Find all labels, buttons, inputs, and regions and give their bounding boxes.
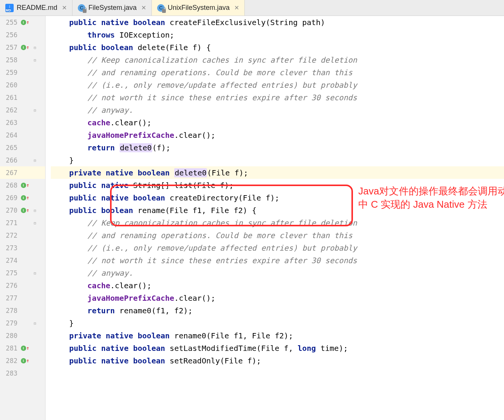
tab-filesystem[interactable]: C FileSystem.java ✕	[72, 0, 152, 16]
implements-icon[interactable]: I	[21, 183, 26, 188]
line-number[interactable]: 262	[0, 106, 20, 114]
line-number[interactable]: 280	[0, 332, 20, 339]
override-arrow-icon[interactable]: ↑	[27, 358, 30, 363]
tab-readme[interactable]: README.md ✕	[0, 0, 72, 16]
line-number[interactable]: 267	[0, 169, 20, 177]
code-line[interactable]: // not worth it since these entries expi…	[51, 254, 504, 267]
implements-icon[interactable]: I	[21, 346, 26, 351]
implements-icon[interactable]: I	[21, 358, 26, 363]
code-line[interactable]: throws IOException;	[51, 28, 504, 41]
code-line[interactable]: javaHomePrefixCache.clear();	[51, 129, 504, 141]
line-number[interactable]: 279	[0, 319, 20, 327]
code-area[interactable]: Java对文件的操作最终都会调用动态链接库中 C 实现的 Java Native…	[46, 16, 504, 420]
code-line[interactable]: // anyway.	[51, 104, 504, 116]
code-line[interactable]: public native boolean createDirectory(Fi…	[51, 191, 504, 204]
code-line[interactable]: cache.clear();	[51, 279, 504, 292]
code-line[interactable]: // and renaming operations. Could be mor…	[51, 66, 504, 79]
fold-handle[interactable]	[30, 107, 39, 113]
code-line[interactable]: javaHomePrefixCache.clear();	[51, 292, 504, 304]
line-number[interactable]: 257	[0, 44, 20, 51]
code-line[interactable]: // (i.e., only remove/update affected en…	[51, 242, 504, 254]
code-line[interactable]: // not worth it since these entries expi…	[51, 91, 504, 104]
code-line[interactable]: cache.clear();	[51, 116, 504, 129]
line-number[interactable]: 271	[0, 219, 20, 227]
close-icon[interactable]: ✕	[234, 4, 239, 11]
code-line[interactable]: public boolean rename(File f1, File f2) …	[51, 204, 504, 216]
code-line[interactable]: private native boolean rename0(File f1, …	[51, 329, 504, 342]
line-number[interactable]: 270	[0, 207, 20, 214]
gutter-marker[interactable]: I↑	[20, 358, 30, 363]
line-number[interactable]: 266	[0, 156, 20, 164]
line-number[interactable]: 259	[0, 69, 20, 76]
implements-icon[interactable]: I	[21, 195, 26, 201]
tab-unixfilesystem[interactable]: C UnixFileSystem.java ✕	[152, 0, 245, 16]
code-line[interactable]: // Keep canonicalization caches in sync …	[51, 54, 504, 66]
code-line[interactable]: }	[51, 317, 504, 329]
gutter-row: 273	[0, 242, 45, 254]
override-arrow-icon[interactable]: ↑	[27, 19, 30, 25]
fold-handle[interactable]	[30, 321, 39, 326]
code-line[interactable]: // Keep canonicalization caches in sync …	[51, 216, 504, 229]
fold-handle[interactable]	[30, 158, 39, 163]
code-line[interactable]: public native boolean createFileExclusiv…	[51, 16, 504, 28]
gutter-row: 255I↑	[0, 16, 45, 28]
code-line[interactable]: // anyway.	[51, 267, 504, 279]
code-line[interactable]: // and renaming operations. Could be mor…	[51, 229, 504, 242]
line-number[interactable]: 265	[0, 144, 20, 152]
implements-icon[interactable]: I	[21, 20, 26, 25]
line-number[interactable]: 281	[0, 344, 20, 352]
editor-tabs: README.md ✕ C FileSystem.java ✕ C UnixFi…	[0, 0, 504, 16]
line-number[interactable]: 263	[0, 119, 20, 126]
line-number[interactable]: 256	[0, 31, 20, 39]
line-number[interactable]: 277	[0, 294, 20, 302]
code-line[interactable]: return delete0(f);	[51, 141, 504, 154]
line-number[interactable]: 283	[0, 369, 20, 377]
gutter-marker[interactable]: I↑	[20, 182, 30, 188]
close-icon[interactable]: ✕	[62, 4, 67, 11]
close-icon[interactable]: ✕	[141, 4, 146, 11]
code-line[interactable]: public native boolean setReadOnly(File f…	[51, 354, 504, 367]
gutter-marker[interactable]: I↑	[20, 195, 30, 201]
implements-icon[interactable]: I	[21, 45, 26, 50]
gutter-marker[interactable]: I↑	[20, 19, 30, 25]
line-number[interactable]: 273	[0, 244, 20, 252]
line-number[interactable]: 282	[0, 357, 20, 365]
line-number[interactable]: 276	[0, 282, 20, 289]
gutter-marker[interactable]: I↑	[20, 207, 30, 213]
code-line[interactable]: return rename0(f1, f2);	[51, 304, 504, 317]
line-number[interactable]: 272	[0, 232, 20, 239]
line-number[interactable]: 268	[0, 182, 20, 189]
code-editor: 255I↑256257I↑258259260261262263264265266…	[0, 16, 504, 420]
code-line[interactable]: public native String[] list(File f);	[51, 179, 504, 191]
line-number[interactable]: 258	[0, 56, 20, 64]
line-number[interactable]: 278	[0, 307, 20, 314]
line-number[interactable]: 260	[0, 81, 20, 89]
line-number[interactable]: 269	[0, 194, 20, 202]
code-line[interactable]	[51, 367, 504, 379]
fold-handle[interactable]	[30, 220, 39, 226]
fold-handle[interactable]	[30, 57, 39, 63]
code-line[interactable]: public native boolean setLastModifiedTim…	[51, 342, 504, 354]
gutter-marker[interactable]: I↑	[20, 44, 30, 50]
override-arrow-icon[interactable]: ↑	[27, 195, 30, 201]
override-arrow-icon[interactable]: ↑	[27, 44, 30, 50]
gutter-row: 261	[0, 91, 45, 104]
gutter-marker[interactable]: I↑	[20, 345, 30, 351]
markdown-file-icon	[5, 4, 14, 12]
line-number[interactable]: 275	[0, 269, 20, 277]
line-number[interactable]: 264	[0, 131, 20, 139]
line-number[interactable]: 274	[0, 257, 20, 264]
code-line[interactable]: public boolean delete(File f) {	[51, 41, 504, 54]
override-arrow-icon[interactable]: ↑	[27, 345, 30, 351]
fold-handle[interactable]	[30, 270, 39, 276]
code-line[interactable]: }	[51, 154, 504, 166]
override-arrow-icon[interactable]: ↑	[27, 182, 30, 188]
line-number[interactable]: 255	[0, 19, 20, 26]
fold-handle[interactable]	[30, 208, 39, 213]
line-number[interactable]: 261	[0, 94, 20, 101]
fold-handle[interactable]	[30, 45, 39, 50]
implements-icon[interactable]: I	[21, 208, 26, 213]
override-arrow-icon[interactable]: ↑	[27, 207, 30, 213]
code-line[interactable]: // (i.e., only remove/update affected en…	[51, 79, 504, 91]
code-line[interactable]: private native boolean delete0(File f);	[51, 166, 504, 179]
